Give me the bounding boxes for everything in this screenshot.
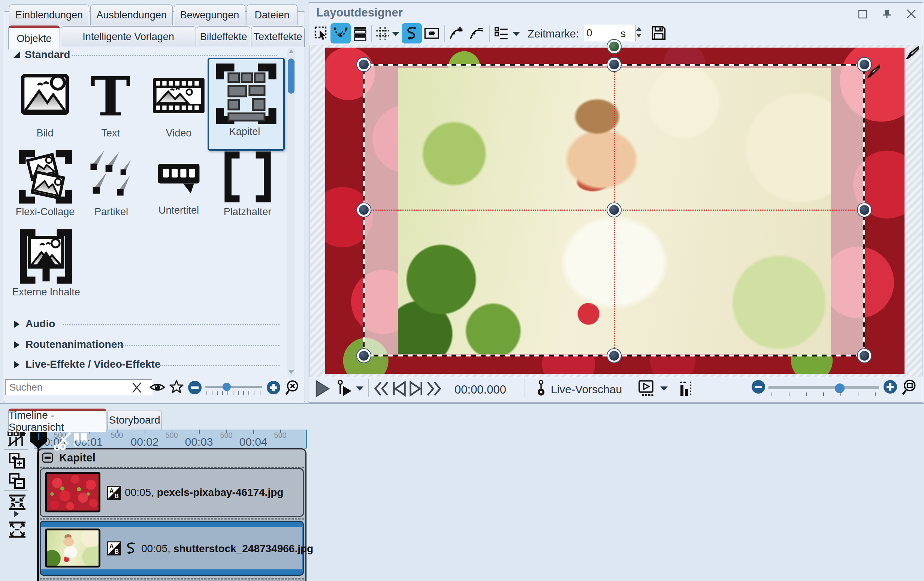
camera-pan-button[interactable] [422, 24, 441, 43]
section-live-effekte-toggle[interactable]: Live-Effekte / Video-Effekte [13, 358, 281, 371]
layers-icon [353, 26, 367, 41]
section-audio-toggle[interactable]: Audio [13, 318, 281, 331]
object-list-button[interactable] [492, 24, 510, 43]
range-marker-icon[interactable] [73, 432, 89, 448]
grid-dropdown-icon[interactable] [391, 31, 400, 37]
remove-keyframe-button[interactable] [468, 24, 486, 43]
zeitmarke-input[interactable] [583, 25, 635, 41]
track-height-expander-icon[interactable] [13, 510, 20, 518]
object-item-flexi-collage[interactable]: Flexi-Collage [10, 149, 80, 220]
handle-bottom-center[interactable] [607, 349, 621, 363]
slider-track[interactable] [205, 386, 262, 388]
tab-timeline-spuransicht[interactable]: Timeline - Spuransicht [8, 409, 106, 432]
playhead-line[interactable] [38, 429, 39, 581]
grow-track-height-icon[interactable] [8, 520, 27, 539]
slider-track[interactable] [768, 386, 879, 389]
tab-einblendungen[interactable]: Einblendungen [9, 5, 89, 25]
slider-thumb[interactable] [223, 383, 231, 391]
handle-bottom-left[interactable] [357, 349, 371, 363]
skip-to-start-icon[interactable] [373, 381, 390, 396]
tab-storyboard[interactable]: Storyboard [107, 410, 162, 430]
list-dropdown-icon[interactable] [512, 31, 521, 37]
play-from-marker-button[interactable] [337, 379, 353, 398]
next-frame-icon[interactable] [408, 381, 424, 396]
canvas-zoom-out-button[interactable] [752, 380, 765, 394]
collapse-all-tracks-icon[interactable] [8, 472, 27, 491]
object-item-platzhalter[interactable]: Platzhalter [216, 149, 279, 220]
reset-zoom-icon[interactable] [284, 379, 300, 396]
tab-ausblendungen[interactable]: Ausblendungen [90, 5, 173, 25]
play-button[interactable] [315, 380, 330, 397]
tab-label: Intelligente Vorlagen [82, 31, 174, 43]
monitor-dropdown-icon[interactable] [660, 385, 668, 391]
curve-mode-button[interactable] [330, 23, 351, 43]
tab-bewegungen[interactable]: Bewegungen [174, 5, 246, 25]
tab-bildeffekte[interactable]: Bildeffekte [197, 26, 250, 47]
section-routenanimationen-toggle[interactable]: Routenanimationen [13, 338, 281, 351]
scroll-up-icon[interactable] [288, 49, 294, 54]
objects-scrollbar[interactable] [287, 48, 295, 377]
live-preview-label[interactable]: Live-Vorschau [551, 383, 622, 396]
motion-path-button[interactable] [402, 23, 422, 43]
zoom-out-button[interactable] [188, 381, 201, 394]
tab-dateien[interactable]: Dateien [247, 5, 297, 25]
maximize-button[interactable] [857, 9, 868, 20]
layers-button[interactable] [351, 24, 369, 43]
live-preview-pin-icon[interactable] [534, 379, 549, 398]
tab-objekte[interactable]: Objekte [8, 25, 60, 50]
select-tool-button[interactable] [312, 24, 330, 43]
preview-eye-icon[interactable] [149, 381, 166, 394]
grid-icon [375, 26, 390, 41]
handle-middle-right[interactable] [858, 203, 871, 217]
handle-top-left[interactable] [357, 58, 371, 71]
canvas-zoom-in-button[interactable] [884, 380, 897, 394]
add-keyframe-button[interactable] [447, 24, 465, 43]
clear-search-icon[interactable] [130, 381, 143, 394]
expand-all-tracks-icon[interactable] [8, 452, 27, 471]
pin-button[interactable] [881, 8, 893, 20]
timeline-clip-1[interactable]: A B 00:05, pexels-pixabay-46174.jpg [40, 468, 304, 517]
object-item-bild[interactable]: Bild [17, 68, 73, 142]
zoom-in-button[interactable] [267, 381, 280, 394]
object-item-partikel[interactable]: Partikel [83, 149, 139, 220]
handle-center[interactable] [607, 203, 621, 217]
previous-frame-icon[interactable] [391, 381, 407, 396]
close-button[interactable] [905, 8, 917, 20]
object-item-text[interactable]: T Text [82, 68, 139, 142]
object-item-kapitel[interactable]: Kapitel [208, 58, 285, 151]
clip-label: 00:05, shutterstock_248734966.jpg [141, 543, 313, 555]
handle-bottom-right[interactable] [858, 349, 871, 363]
grid-button[interactable] [374, 24, 391, 43]
spin-up-icon[interactable] [635, 26, 642, 31]
canvas-zoom-slider[interactable] [768, 379, 879, 397]
performance-stats-icon[interactable] [677, 379, 693, 398]
save-icon[interactable] [650, 25, 667, 41]
fit-to-window-icon[interactable] [901, 379, 917, 396]
favorites-star-icon[interactable] [168, 379, 184, 395]
handle-middle-left[interactable] [357, 203, 371, 217]
collapse-track-icon[interactable] [42, 452, 53, 463]
section-dotline [69, 55, 277, 56]
scroll-down-icon[interactable] [288, 370, 294, 375]
play-options-dropdown-icon[interactable] [355, 385, 364, 391]
timeline-clip-2[interactable]: A B 00:05, shutterstock_248734966.jpg [40, 521, 304, 576]
chapter-track-header[interactable]: Kapitel [38, 449, 305, 466]
rotation-handle[interactable] [607, 40, 621, 53]
tab-texteffekte[interactable]: Texteffekte [251, 26, 305, 47]
zeitmarke-spinner[interactable] [634, 25, 644, 40]
spin-down-icon[interactable] [635, 33, 642, 38]
scrollbar-thumb[interactable] [288, 58, 295, 94]
skip-to-end-icon[interactable] [426, 381, 442, 396]
tab-intelligente-vorlagen[interactable]: Intelligente Vorlagen [61, 26, 196, 47]
object-item-untertitel[interactable]: Untertitel [151, 149, 207, 220]
split-scissors-icon[interactable] [52, 431, 74, 451]
handle-top-center[interactable] [607, 58, 621, 71]
next-track-divider [40, 578, 304, 579]
image-icon [17, 68, 73, 124]
shrink-track-height-icon[interactable] [8, 493, 27, 511]
thumbnail-size-slider[interactable] [205, 379, 262, 396]
ruler-minor-label: 500 [220, 431, 232, 440]
object-item-video[interactable]: Video [151, 68, 207, 142]
preview-monitor-icon[interactable] [637, 379, 655, 398]
object-item-externe-inhalte[interactable]: Externe Inhalte [7, 228, 86, 303]
